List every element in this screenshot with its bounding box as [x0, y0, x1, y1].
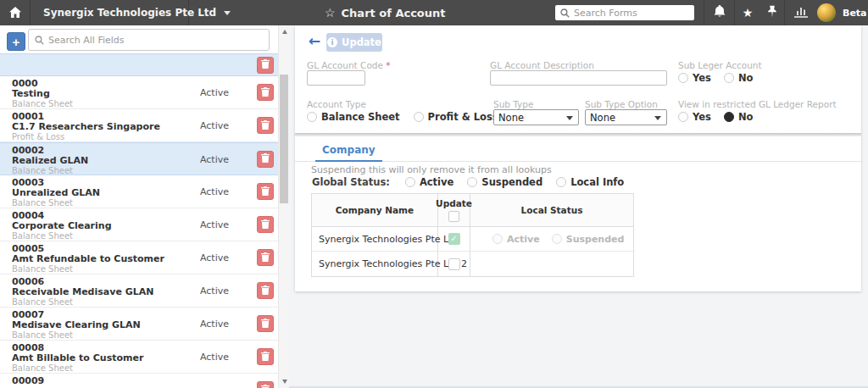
account-code: 0000	[12, 79, 278, 89]
radio-icon[interactable]	[678, 73, 688, 83]
account-list-item[interactable]: 00005 Amt Refundable to Customer Balance…	[0, 241, 278, 274]
sub-leger-yes-option[interactable]: Yes	[678, 72, 711, 84]
col-local-status: Local Status	[521, 205, 583, 215]
account-type: Balance Sheet	[12, 363, 278, 373]
account-list: 0000 Testing Balance Sheet Active 00001 …	[0, 53, 278, 388]
radio-icon[interactable]	[405, 177, 415, 187]
account-list-item[interactable]: 00009	[0, 374, 278, 388]
account-list-item[interactable]: 00002 Realized GLAN Balance Sheet Active	[0, 142, 278, 175]
radio-icon[interactable]	[724, 73, 734, 83]
delete-account-button[interactable]	[257, 84, 274, 101]
delete-account-button[interactable]	[257, 57, 274, 74]
radio-label: Local Info	[570, 176, 624, 188]
triangle-up-icon	[282, 30, 287, 34]
sidebar-scrollbar[interactable]	[278, 25, 289, 388]
account-type-balance-sheet-option[interactable]: Balance Sheet	[307, 111, 400, 123]
sub-type-option-select[interactable]: None	[585, 109, 667, 125]
gl-account-description-input[interactable]	[490, 70, 667, 86]
delete-account-button[interactable]	[257, 315, 274, 332]
account-list-item[interactable]: 00004 Corporate Clearing Balance Sheet A…	[0, 208, 278, 241]
radio-icon[interactable]	[492, 234, 503, 244]
tab-company[interactable]: Company	[315, 141, 382, 162]
global-status-radiogroup: Global Status: Active Suspended Local In…	[312, 176, 624, 188]
delete-account-button[interactable]	[257, 216, 274, 233]
sidebar-search-input[interactable]	[48, 35, 263, 46]
account-name: Receivable Medisave GLAN	[12, 287, 278, 297]
radio-label: Yes	[693, 72, 711, 84]
account-type: Balance Sheet	[12, 297, 278, 307]
radio-icon[interactable]	[414, 112, 424, 122]
local-status-suspended-option[interactable]: Suspended	[552, 234, 625, 245]
view-restricted-no-option[interactable]: No	[724, 111, 754, 123]
account-type: Balance Sheet	[12, 198, 278, 208]
delete-account-button[interactable]	[257, 282, 274, 299]
gl-account-code-input[interactable]	[307, 70, 365, 86]
radio-icon[interactable]	[678, 112, 688, 122]
dashboard-button[interactable]	[785, 5, 816, 21]
local-status-cell	[470, 252, 633, 276]
delete-account-button[interactable]	[257, 381, 274, 388]
search-icon	[560, 5, 570, 21]
trash-icon	[261, 351, 270, 363]
radio-label: Suspended	[481, 176, 542, 188]
forms-search-box[interactable]	[555, 5, 694, 20]
pinned-button[interactable]	[760, 5, 784, 21]
star-icon: ★	[743, 7, 754, 19]
user-avatar[interactable]	[817, 3, 836, 22]
account-type: Balance Sheet	[12, 330, 278, 340]
global-status-active-option[interactable]: Active	[405, 176, 453, 188]
radio-icon[interactable]	[467, 177, 477, 187]
back-button[interactable]: ←	[309, 34, 320, 48]
update-all-checkbox[interactable]	[448, 211, 459, 222]
account-list-item[interactable]	[0, 53, 278, 76]
radio-label: No	[738, 111, 754, 123]
account-list-item[interactable]: 00007 Medisave Clearing GLAN Balance She…	[0, 308, 278, 341]
radio-icon[interactable]	[307, 112, 317, 122]
delete-account-button[interactable]	[257, 249, 274, 266]
scroll-down-button[interactable]	[279, 376, 289, 387]
account-text: 00006 Receivable Medisave GLAN Balance S…	[12, 277, 278, 307]
local-status-active-option[interactable]: Active	[492, 234, 540, 245]
account-list-item[interactable]: 00003 Unrealized GLAN Balance Sheet Acti…	[0, 175, 278, 208]
sidebar-search-box[interactable]	[28, 29, 270, 51]
sub-leger-account-label: Sub Leger Account	[678, 60, 762, 70]
account-type: Balance Sheet	[12, 231, 278, 241]
account-status: Active	[200, 285, 229, 297]
delete-account-button[interactable]	[257, 183, 274, 200]
trash-icon	[261, 58, 270, 71]
home-button[interactable]	[0, 0, 31, 25]
account-list-item[interactable]: 00001 C1.7 Researchers Singapore Profit …	[0, 109, 278, 142]
company-selector[interactable]: Synergix Technologies Pte Ltd	[31, 0, 189, 25]
forms-search-input[interactable]	[574, 8, 689, 19]
radio-icon[interactable]	[552, 234, 562, 244]
sub-leger-no-option[interactable]: No	[724, 72, 754, 84]
update-checkbox[interactable]	[448, 233, 460, 245]
scrollbar-thumb[interactable]	[280, 75, 288, 203]
account-list-item[interactable]: 0000 Testing Balance Sheet Active	[0, 76, 278, 109]
account-type-profit-loss-option[interactable]: Profit & Loss	[414, 111, 498, 123]
company-name-cell: Synergix Technologies Pte Ltd	[312, 227, 438, 251]
account-list-item[interactable]: 00008 Amt Billable to Customer Balance S…	[0, 341, 278, 374]
sub-type-select[interactable]: None	[493, 109, 579, 125]
add-account-button[interactable]: +	[7, 32, 25, 51]
company-table-body: Synergix Technologies Pte Ltd ActiveSusp…	[312, 227, 633, 276]
favorites-button[interactable]: ★	[735, 7, 760, 19]
radio-icon[interactable]	[556, 177, 566, 187]
delete-account-button[interactable]	[257, 117, 274, 134]
global-status-local-info-option[interactable]: Local Info	[556, 176, 624, 188]
notifications-button[interactable]	[704, 5, 734, 21]
delete-account-button[interactable]	[257, 151, 274, 168]
account-list-item[interactable]: 00006 Receivable Medisave GLAN Balance S…	[0, 274, 278, 308]
trash-icon	[261, 219, 270, 231]
update-checkbox[interactable]	[448, 258, 460, 270]
global-status-suspended-option[interactable]: Suspended	[467, 176, 542, 188]
delete-account-button[interactable]	[257, 348, 274, 365]
update-button[interactable]: i Update	[326, 33, 382, 52]
company-table: Company Name Update Local Status Synergi…	[311, 193, 634, 277]
favorite-star-icon[interactable]: ☆	[325, 7, 336, 19]
radio-label: Active	[507, 234, 540, 245]
view-restricted-yes-option[interactable]: Yes	[678, 111, 711, 123]
scroll-up-button[interactable]	[279, 26, 289, 37]
radio-checked-icon[interactable]	[724, 112, 734, 122]
sub-type-option-value: None	[590, 112, 615, 124]
